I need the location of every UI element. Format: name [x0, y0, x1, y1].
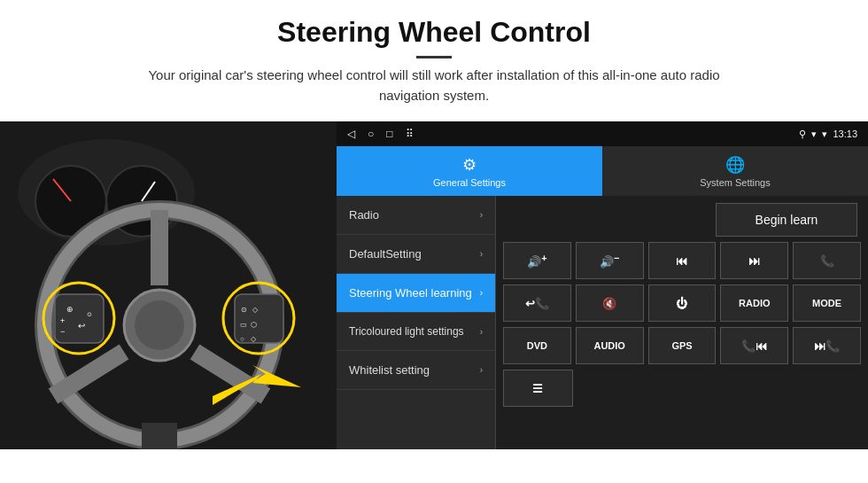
tab-general-label: General Settings [433, 177, 506, 188]
svg-rect-28 [142, 423, 177, 449]
vol-up-button[interactable]: 🔊+ [503, 242, 571, 279]
control-grid-row2: ↩📞 🔇 ⏻ RADIO MODE [503, 284, 861, 322]
svg-text:⬡: ⬡ [251, 321, 257, 329]
menu-list: Radio › DefaultSetting › Steering Wheel … [337, 196, 496, 449]
settings-gear-icon: ⚙ [462, 155, 477, 175]
begin-learn-row: Begin learn [503, 203, 861, 237]
tel-next-icon: ⏭📞 [814, 339, 840, 353]
nav-back-icon[interactable]: ◁ [347, 128, 355, 140]
list-icon: ☰ [532, 382, 543, 395]
svg-text:◇: ◇ [252, 306, 259, 314]
dvd-label: DVD [527, 340, 547, 351]
steering-wheel-image: ⊕ + − ↩ ⊙ ⊙ ◇ ▭ ⬡ ○ ◇ [0, 121, 337, 449]
status-bar: ◁ ○ □ ⠿ ⚲ ▾ ▾ 13:13 [337, 121, 868, 146]
arrow-icon: › [480, 249, 483, 259]
svg-text:⊙: ⊙ [87, 311, 92, 317]
hang-up-icon: ↩📞 [525, 297, 549, 310]
next-button[interactable]: ⏭ [720, 242, 788, 279]
mode-button[interactable]: MODE [793, 284, 861, 322]
control-row4: ☰ [503, 370, 861, 407]
main-content: ⊕ + − ↩ ⊙ ⊙ ◇ ▭ ⬡ ○ ◇ [0, 121, 868, 449]
status-bar-nav: ◁ ○ □ ⠿ [347, 128, 414, 140]
gps-label: GPS [671, 340, 692, 351]
arrow-icon: › [480, 327, 483, 337]
location-icon: ⚲ [799, 129, 806, 140]
nav-square-icon[interactable]: □ [386, 128, 392, 140]
page-header: Steering Wheel Control Your original car… [0, 0, 868, 114]
nav-home-icon[interactable]: ○ [368, 128, 374, 140]
nav-menu-icon[interactable]: ⠿ [406, 128, 414, 140]
power-button[interactable]: ⏻ [648, 284, 717, 322]
svg-text:−: − [60, 327, 65, 336]
vol-up-icon: 🔊+ [527, 253, 546, 269]
tel-next-button[interactable]: ⏭📞 [793, 327, 861, 364]
system-icon: 🌐 [725, 155, 745, 175]
tel-prev-button[interactable]: 📞⏮ [720, 327, 788, 364]
header-divider [416, 56, 452, 58]
mute-button[interactable]: 🔇 [576, 284, 644, 322]
page-wrapper: Steering Wheel Control Your original car… [0, 0, 868, 449]
settings-area: Radio › DefaultSetting › Steering Wheel … [337, 196, 868, 449]
svg-text:+: + [60, 316, 65, 325]
menu-item-defaultsetting[interactable]: DefaultSetting › [337, 235, 495, 274]
mute-icon: 🔇 [602, 297, 616, 310]
tab-bar: ⚙ General Settings 🌐 System Settings [337, 146, 868, 196]
header-description: Your original car's steering wheel contr… [124, 66, 744, 105]
wifi-icon: ▾ [811, 129, 817, 140]
control-grid-row1: 🔊+ 🔊− ⏮ ⏭ 📞 [503, 242, 861, 279]
svg-text:⊙: ⊙ [241, 306, 247, 314]
gps-button[interactable]: GPS [648, 327, 717, 364]
head-unit: ◁ ○ □ ⠿ ⚲ ▾ ▾ 13:13 ⚙ General Settings [337, 121, 868, 449]
radio-button[interactable]: RADIO [720, 284, 788, 322]
status-bar-icons: ⚲ ▾ ▾ 13:13 [799, 129, 857, 140]
svg-text:↩: ↩ [78, 321, 85, 331]
tab-system-settings[interactable]: 🌐 System Settings [602, 146, 868, 196]
menu-item-radio[interactable]: Radio › [337, 196, 495, 235]
radio-label: RADIO [739, 298, 770, 308]
menu-item-tricolour[interactable]: Tricoloured light settings › [337, 313, 495, 351]
audio-button[interactable]: AUDIO [576, 327, 644, 364]
page-title: Steering Wheel Control [18, 16, 850, 49]
svg-text:▭: ▭ [240, 321, 247, 329]
svg-text:○: ○ [240, 335, 244, 343]
control-grid-row3: DVD AUDIO GPS 📞⏮ ⏭📞 [503, 327, 861, 364]
svg-point-12 [135, 300, 184, 350]
call-button[interactable]: 📞 [793, 242, 861, 279]
prev-button[interactable]: ⏮ [648, 242, 717, 279]
call-icon: 📞 [820, 254, 834, 268]
hang-up-button[interactable]: ↩📞 [503, 284, 571, 322]
mode-label: MODE [812, 298, 841, 308]
clock: 13:13 [833, 129, 857, 139]
svg-text:⊕: ⊕ [66, 305, 74, 314]
prev-icon: ⏮ [676, 254, 687, 268]
dvd-button[interactable]: DVD [503, 327, 571, 364]
menu-item-whitelist[interactable]: Whitelist setting › [337, 351, 495, 390]
control-panel: Begin learn 🔊+ 🔊− ⏮ [496, 196, 868, 449]
tab-general-settings[interactable]: ⚙ General Settings [337, 146, 602, 196]
list-button[interactable]: ☰ [503, 370, 573, 407]
tab-system-label: System Settings [700, 177, 770, 188]
svg-text:◇: ◇ [251, 335, 257, 343]
signal-icon: ▾ [822, 129, 827, 140]
audio-label: AUDIO [593, 340, 624, 351]
power-icon: ⏻ [676, 297, 687, 310]
menu-item-steering[interactable]: Steering Wheel learning › [337, 274, 495, 313]
tel-prev-icon: 📞⏮ [741, 339, 767, 353]
next-icon: ⏭ [748, 254, 760, 268]
vol-down-icon: 🔊− [600, 253, 619, 269]
arrow-icon: › [480, 210, 483, 220]
vol-down-button[interactable]: 🔊− [576, 242, 644, 279]
arrow-icon: › [480, 365, 483, 375]
arrow-icon: › [480, 288, 483, 298]
begin-learn-button[interactable]: Begin learn [716, 203, 857, 237]
